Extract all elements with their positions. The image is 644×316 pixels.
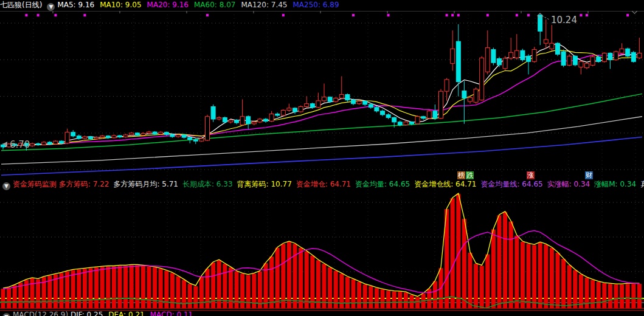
event-badge-榜[interactable]: 榜	[457, 171, 465, 179]
indicator-field-3: 背离筹码: 10.77	[237, 180, 292, 188]
ma-value-1: MA10: 9.05	[100, 1, 141, 9]
stock-title: 七匹狼(日线)	[0, 1, 42, 9]
macd-values: DIF: 0.25DEA: 0.21MACD: 0.11	[71, 311, 198, 316]
ma-value-4: MA120: 7.45	[241, 1, 287, 9]
indicator-field-1: 多方筹码月均: 5.71	[113, 180, 178, 188]
indicator-field-2: 长期成本: 6.33	[182, 180, 233, 188]
indicator-field-8: 实涨幅: 0.34	[547, 180, 590, 188]
indicator-field-6: 资金增仓线: 64.71	[414, 180, 476, 188]
macd-title: MACD(12,26,9)	[13, 311, 68, 316]
trading-app-window: { "header": { "title": "七匹狼(日线)", "colla…	[0, 0, 644, 316]
indicator-values: 多方筹码: 7.22多方筹码月均: 5.71长期成本: 6.33背离筹码: 10…	[59, 180, 644, 188]
candlestick-chart[interactable]: 6.7010.24	[0, 11, 644, 180]
indicator-field-0: 多方筹码: 7.22	[59, 180, 109, 188]
indicator-field-10: 真涨幅: -4.6	[640, 180, 644, 188]
indicator-field-9: 涨幅M: 0.34	[594, 180, 636, 188]
indicator-panel-header: ▼资金筹码监测 多方筹码: 7.22多方筹码月均: 5.71长期成本: 6.33…	[0, 180, 644, 190]
panel-separator	[0, 308, 644, 309]
indicator-title: 资金筹码监测	[13, 180, 57, 188]
ma-value-2: MA20: 9.16	[147, 1, 189, 9]
top-legend-bar: 七匹狼(日线)▼MA5: 9.16MA10: 9.05MA20: 9.16MA6…	[0, 0, 644, 11]
price-marker-high: 10.24	[551, 15, 577, 26]
indicator-field-7: 资金均量线: 64.65	[480, 180, 542, 188]
macd-field-0: DIF: 0.25	[71, 311, 103, 316]
ma-legend: MA5: 9.16MA10: 9.05MA20: 9.16MA60: 8.07M…	[57, 1, 344, 9]
macd-field-1: DEA: 0.21	[108, 311, 144, 316]
event-badge-涨[interactable]: 涨	[527, 171, 535, 179]
event-badge-跌[interactable]: 跌	[466, 171, 474, 179]
macd-legend-row: ▼MACD(12,26,9) DIF: 0.25DEA: 0.21MACD: 0…	[0, 311, 644, 316]
ma-value-5: MA250: 6.89	[293, 1, 339, 9]
chevron-down-icon[interactable]: ▼	[47, 3, 55, 11]
indicator-field-4: 资金增仓: 64.71	[296, 180, 351, 188]
indicator-field-5: 资金均量: 64.65	[355, 180, 410, 188]
capital-bars-chart[interactable]	[0, 190, 644, 308]
ma-value-0: MA5: 9.16	[57, 1, 94, 9]
chevron-icon[interactable]: ▼	[2, 313, 10, 316]
ma-value-3: MA60: 8.07	[194, 1, 235, 9]
macd-field-2: MACD: 0.11	[150, 311, 193, 316]
event-badge-财[interactable]: 财	[585, 171, 593, 179]
price-marker-low: 6.70	[10, 139, 30, 150]
